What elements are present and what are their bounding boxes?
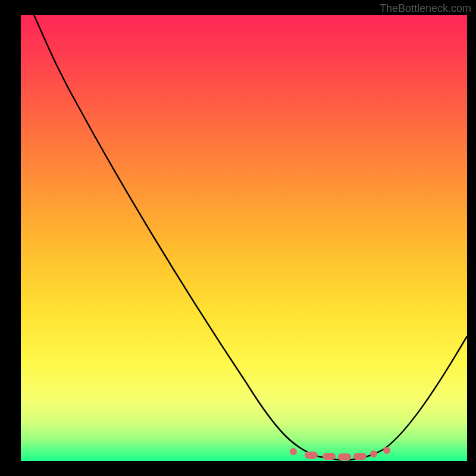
highlight-marker bbox=[305, 452, 318, 459]
highlight-marker bbox=[370, 450, 377, 458]
watermark-text: TheBottleneck.com bbox=[380, 2, 471, 15]
highlight-marker bbox=[383, 447, 390, 454]
highlight-marker bbox=[322, 453, 336, 460]
highlight-marker bbox=[353, 453, 367, 460]
highlight-marker bbox=[290, 448, 297, 455]
highlight-marker bbox=[338, 453, 351, 461]
curve-svg bbox=[21, 15, 467, 461]
bottleneck-curve bbox=[34, 15, 467, 460]
plot-area bbox=[21, 15, 467, 461]
